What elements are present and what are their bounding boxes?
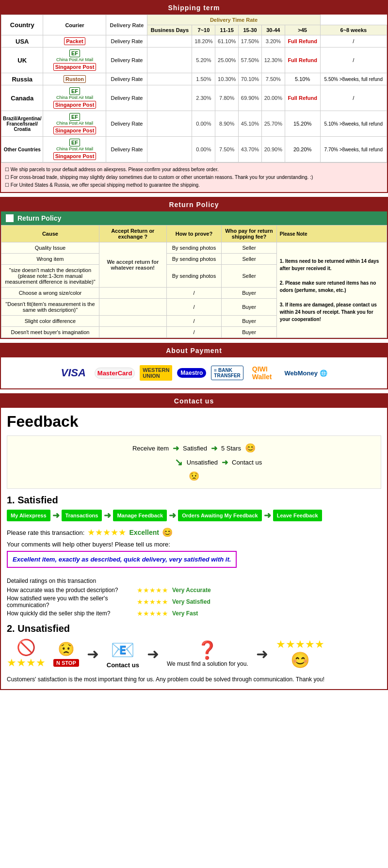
detailed-ratings: Detailed ratings on this transaction How… [7,578,381,617]
return-bar-title: Return Policy [17,214,61,222]
who-color: Buyer [222,316,277,327]
flow-unsatisfied-row: ↘ Unsatisfied ➜ Contact us [17,456,371,468]
p15-brazil: 45.10% [239,111,262,137]
note-2: ☐ For cross-broad trade, shipping may sl… [5,174,383,181]
rating-stars: ★★★★★ [87,527,126,538]
email-icon: 📧 Contact us [107,639,139,669]
cause-color: Slight color difference [1,316,99,327]
p45-russia: 5.10% [285,73,320,85]
accept-buyer3 [99,316,166,327]
table-row: Quality Issue We accept return for whate… [1,242,387,254]
country-russia: Russia [1,73,43,85]
p11-brazil: 8.90% [215,111,239,137]
table-row: Other Countries EF China Post Air Mail S… [1,137,387,162]
p45-other: 20.20% [285,137,320,162]
table-row: Canada EF China Post Air Mail Singapore … [1,85,387,111]
accept-buyer [99,288,166,299]
country-uk: UK [1,48,43,73]
p30-brazil: 25.70% [261,111,285,137]
return-icon: ▪ [6,214,14,222]
p30-canada: 20.00% [261,85,285,111]
step-leave[interactable]: Leave Feedback [273,510,322,521]
steps-row: My Aliexpress ➜ Transactions ➜ Manage Fe… [7,510,381,521]
p15-uk: 57.50% [239,48,262,73]
delivery-rate-header: Delivery Rate [106,15,147,35]
question-icon: ❓ We must find a solution for you. [167,640,248,667]
col-7-10: 7~10 [192,25,215,35]
prove-size: By sending photos [166,265,222,288]
arrow-2: ➜ [211,444,217,453]
table-row: USA Packet Delivery Rate 18.20% 61.10% 1… [1,35,387,48]
prove-color: / [166,316,222,327]
p45-brazil: 15.20% [285,111,320,137]
final-note: Customers' satisfaction is the most impo… [7,675,381,684]
p68-russia: 5.50% >8weeks, full refund [320,73,387,85]
step-arrow-2: ➜ [104,510,111,521]
cause-header: Cause [1,225,99,242]
example-text: Excellent item, exactly as described, qu… [7,551,237,568]
cause-fit: "Doesn't fit(item's measurement is the s… [1,299,99,316]
bd-russia [147,73,192,85]
happy-emoji: 😊 [245,443,256,453]
p30-russia: 7.50% [261,73,285,85]
step-orders[interactable]: Orders Awaiting My Feedback [178,510,262,521]
excellent-emoji: 😊 [162,527,173,538]
p15-canada: 69.90% [239,85,262,111]
p45-canada: Full Refund [285,85,320,111]
delivery-rate-russia: Delivery Rate [106,73,147,85]
visa-logo: VISA [57,365,89,381]
shipping-header: Shipping term [1,1,387,15]
detail-label-3: How quickly did the seller ship the item… [7,610,133,617]
good-stars: ★★★★★ [276,638,324,651]
detail-row-2: How satisfied were you with the seller's… [7,595,381,609]
accept-buyer2 [99,299,166,316]
excellent-label: Excellent [129,529,159,536]
note-3: 3. If items are damaged, please contact … [280,301,384,323]
contact-header: Contact us [1,394,387,408]
arrow-3: ➜ [222,458,228,467]
p45-usa: Full Refund [285,35,320,48]
return-section: Return Policy ▪ Return Policy Cause Acce… [0,197,388,339]
maestro-logo: Maestro [177,368,206,378]
country-canada: Canada [1,85,43,111]
p68-uk: / [320,48,387,73]
p15-other: 43.70% [239,137,262,162]
delivery-rate-brazil: Delivery Rate [106,111,147,137]
detail-row-1: How accurate was the product description… [7,586,381,594]
note-header: Please Note [276,225,387,242]
shipping-notes: ☐ We ship parcels to your default addres… [1,162,387,192]
col-business-days: Business Days [147,25,192,35]
example-wrapper: Excellent item, exactly as described, qu… [7,551,381,573]
step-aliexpress[interactable]: My Aliexpress [7,510,50,521]
rate-label: Please rate this transaction: [7,529,84,536]
delivery-rate-canada: Delivery Rate [106,85,147,111]
detail-row-3: How quickly did the seller ship the item… [7,610,381,617]
contact-section: Contact us Feedback Receive item ➜ Satis… [0,393,388,690]
accept-buyer4 [99,327,166,338]
step-manage[interactable]: Manage Feedback [113,510,167,521]
bank-transfer-logo: ≡ BANKTRANSFER [211,366,243,380]
who-size: Seller [222,265,277,288]
note-2: 2. Please make sure retuned items has no… [280,279,384,294]
p7-usa: 18.20% [192,35,215,48]
prove-quality: By sending photos [166,242,222,254]
p30-uk: 12.30% [261,48,285,73]
unsatisfied-label: Unsatisfied [187,459,218,466]
arrow-1: ➜ [173,444,179,453]
p11-usa: 61.10% [215,35,239,48]
feedback-title: Feedback [7,413,381,431]
prove-wrong: By sending photos [166,254,222,265]
delivery-rate-usa: Delivery Rate [106,35,147,48]
detail-label-2: How satisfied were you with the seller's… [7,595,133,609]
step-transactions[interactable]: Transactions [62,510,102,521]
solution-label: We must find a solution for you. [167,660,248,667]
prove-wrongsize: / [166,288,222,299]
cause-quality: Quality Issue [1,242,99,254]
p7-other: 0.00% [192,137,215,162]
feedback-area: Feedback Receive item ➜ Satisfied ➜ 5 St… [1,408,387,689]
unsat-arrow-1: ➜ [87,645,99,662]
satisfied-title: 1. Satisfied [7,495,381,506]
courier-other: EF China Post Air Mail Singapore Post [43,137,106,162]
who-wrongsize: Buyer [222,288,277,299]
country-other: Other Countries [1,137,43,162]
